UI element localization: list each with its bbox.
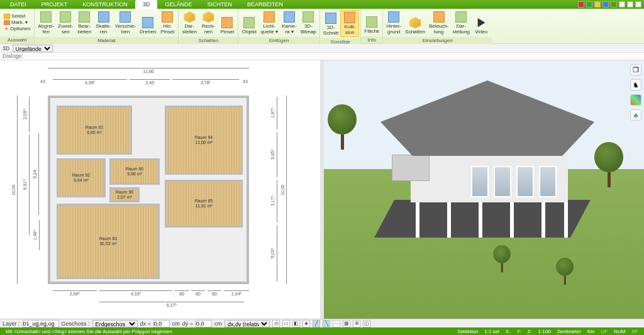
uf-label: UF (597, 329, 611, 334)
schatten-button[interactable]: Schatten (403, 10, 427, 36)
num-label: NUM (611, 329, 628, 334)
skalieren-button[interactable]: Skalie-ren (94, 10, 113, 36)
layer-select[interactable]: Urgelände (13, 45, 53, 52)
tray-icon[interactable] (586, 1, 592, 8)
scale-icon (98, 11, 109, 23)
tool-icon[interactable]: ╱ (313, 320, 320, 327)
help-icon[interactable] (611, 1, 617, 8)
mark-button[interactable]: Mark. ▾ (4, 19, 30, 26)
unit-label: cm (172, 321, 180, 327)
dim-bottom: 4,33⁵ (99, 290, 172, 297)
select-button[interactable]: Selekt (4, 13, 30, 19)
darstellung-button[interactable]: Dar-stellung (450, 10, 472, 36)
flaeche-button[interactable]: Fläche (362, 10, 381, 35)
room-area: 11,81 m² (195, 204, 213, 209)
tool-icon[interactable]: ◈ (303, 320, 310, 327)
verschieben-button[interactable]: Verschie-ben (113, 10, 138, 36)
dim-bottom: 80 (208, 290, 221, 296)
coord-z: Z: (525, 329, 535, 334)
room[interactable]: Raum 902,07 m² (109, 187, 140, 202)
plants-icon[interactable]: ♣ (630, 109, 641, 121)
hint-bar: Mit <Umschalt> und <Strg> können Sie die… (0, 327, 644, 335)
furniture-icon[interactable]: ♞ (630, 79, 641, 91)
menu-tab-gelaende[interactable]: GELÄNDE (157, 0, 199, 9)
tool-icon[interactable]: ▦ (343, 320, 350, 327)
lichtquelle-button[interactable]: Licht-quelle ▾ (258, 10, 280, 36)
rel-select[interactable]: dx,dy (relativ ka (225, 320, 270, 327)
edit-icon (79, 11, 90, 23)
room[interactable]: Raum 8336,53 m² (57, 204, 160, 279)
room[interactable]: Raum 869,98 m² (109, 158, 160, 185)
grid-icon[interactable]: ⊞ (353, 320, 360, 327)
room[interactable]: Raum 918,85 m² (57, 106, 132, 155)
menu-tab-datei[interactable]: DATEI (3, 0, 34, 9)
dim-left: 5,24 (33, 133, 39, 215)
tray-icon[interactable] (594, 1, 601, 8)
maximize-icon[interactable] (627, 1, 633, 8)
abgreifen-button[interactable]: Abgrei-fen (36, 10, 56, 36)
beleuchtung-button[interactable]: Beleuch-tung (427, 10, 451, 36)
statusbar: Layer : Geschoss : Erdgeschos ▾ dx = cm … (0, 319, 644, 327)
menu-tab-3d[interactable]: 3D (135, 0, 158, 9)
drehen-button[interactable]: Drehen (138, 10, 158, 36)
unit-label: cm (214, 321, 222, 327)
tool-icon[interactable]: ◫ (363, 320, 370, 327)
options-button[interactable]: ＋Optionen (4, 26, 30, 32)
3d-viewport[interactable]: ❐ ♞ ♣ (324, 60, 644, 319)
dim-left: 1,48⁵ (33, 220, 40, 250)
tool-icon[interactable]: ╲ (323, 320, 330, 327)
tool-icon[interactable]: ↔ (333, 320, 340, 327)
dim-left: 8,91⁵ (23, 135, 30, 235)
pinsel-button[interactable]: Pinsel (218, 10, 236, 36)
dialoge-label: Dialoge: (0, 53, 644, 60)
kollision-button[interactable]: Kolli-sion (340, 10, 359, 37)
ribbon-label-einstellungen: Einstellungen (383, 37, 492, 44)
zuweisen-button[interactable]: Zuwei-sen (56, 10, 75, 36)
area-icon (366, 16, 377, 28)
rf-label: RF (628, 329, 641, 334)
darstellen-button[interactable]: Dar-stellen (180, 10, 199, 36)
tree (594, 142, 623, 186)
materials-icon[interactable] (630, 94, 641, 106)
objekt-button[interactable]: Objekt (240, 10, 258, 36)
3d-pane[interactable]: ❐ ♞ ♣ (324, 60, 644, 319)
menu-tab-konstruktion[interactable]: KONSTRUKTION (75, 0, 135, 9)
menu-tab-bearbeiten[interactable]: BEARBEITEN (240, 0, 291, 9)
tray-icon[interactable] (602, 1, 609, 8)
hin-pinsel-button[interactable]: Hin.Pinsel (158, 10, 177, 36)
3d-bitmap-button[interactable]: 3D-Bitmap (299, 10, 318, 36)
dim-right: 1,97⁵ (270, 97, 277, 129)
background-icon (388, 11, 399, 23)
layer-input[interactable] (23, 320, 59, 327)
rechnen-button[interactable]: Rech-nen (199, 10, 218, 36)
select-icon (4, 14, 10, 19)
dim-top-total: 11,80 (48, 68, 249, 74)
brush-icon (221, 17, 233, 28)
monitor-icon[interactable]: ▭ (282, 320, 290, 327)
menu-tab-projekt[interactable]: PROJEKT (34, 0, 75, 9)
bearbeiten-button[interactable]: Bear-beiten (75, 10, 94, 36)
geschoss-select[interactable]: Erdgeschos ▾ (92, 320, 138, 327)
plan-pane[interactable]: 11,80 4,38⁵ 2,40 3,78⁵ 43 43 10,00 2,09⁵… (0, 60, 320, 319)
close-icon[interactable] (635, 1, 641, 8)
target-icon[interactable]: ◎ (272, 320, 280, 327)
minimize-icon[interactable] (619, 1, 625, 8)
tray-icon[interactable] (578, 1, 584, 8)
hintergrund-button[interactable]: Hinter-grund (384, 10, 403, 36)
sapling (556, 258, 574, 284)
tool-icon[interactable]: ◧ (292, 320, 300, 327)
dy-input[interactable] (196, 320, 212, 327)
room[interactable]: Raum 9413,00 m² (165, 106, 243, 175)
dim-top: 4,38⁵ (53, 79, 127, 85)
dx-input[interactable] (153, 320, 170, 327)
room[interactable]: Raum 8511,81 m² (165, 180, 243, 228)
video-button[interactable]: Video (472, 10, 491, 36)
kamera-button[interactable]: Kame-ra ▾ (280, 10, 299, 36)
layers-icon[interactable]: ❐ (630, 64, 641, 75)
dim-right: 3,17⁵ (270, 180, 277, 222)
pillar (479, 202, 482, 238)
room[interactable]: Raum 926,64 m² (57, 158, 106, 197)
menu-tab-sichten[interactable]: SICHTEN (199, 0, 240, 9)
3d-schnitt-button[interactable]: 3D-Schnitt (321, 10, 340, 37)
tree (328, 104, 357, 148)
